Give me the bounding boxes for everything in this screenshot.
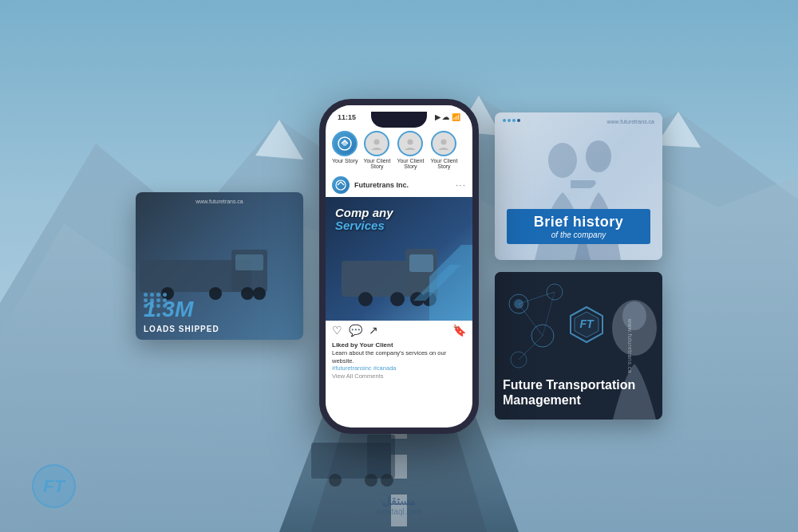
post-avatar: [332, 176, 350, 194]
svg-point-25: [342, 141, 347, 146]
right-side-cards: www.futuretrans.ca Brief history of the …: [495, 112, 662, 420]
bookmark-icon[interactable]: 🔖: [452, 324, 466, 337]
future-title: Future Transportation Management: [503, 377, 642, 408]
svg-point-41: [586, 140, 611, 172]
svg-point-22: [241, 287, 254, 300]
logo-circle: FT: [32, 464, 76, 508]
svg-point-23: [253, 287, 266, 300]
story-item-4: Your Client Story: [429, 131, 458, 170]
phone-notch: [371, 112, 427, 128]
story-circle-2: [364, 131, 389, 156]
story-circle-4: [431, 131, 456, 156]
post-caption: Liked by Your Client Learn about the com…: [326, 340, 472, 384]
story-item-2: Your Client Story: [362, 131, 391, 170]
svg-point-35: [390, 292, 405, 306]
future-title-box: Future Transportation Management: [503, 377, 642, 408]
story-circle-3: [397, 131, 423, 156]
story-label-2: Your Client Story: [362, 158, 391, 170]
post-username: Futuretrans Inc.: [354, 181, 451, 189]
svg-point-28: [441, 139, 447, 144]
phone-screen: 11:15 ▶ ☁ 📶 Your Story: [326, 105, 472, 428]
loads-label: LOADS SHIPPED: [144, 325, 219, 333]
post-image: Comp any Services: [326, 197, 472, 321]
svg-point-21: [209, 287, 222, 300]
svg-text:FT: FT: [579, 317, 595, 330]
story-main: Your Story: [332, 131, 358, 170]
cards-layout: www.futuretrans.ca 1.3M: [24, 99, 774, 434]
content-area: www.futuretrans.ca 1.3M: [0, 0, 798, 532]
status-time: 11:15: [338, 113, 356, 121]
history-title: Brief history: [515, 214, 642, 231]
post-menu-dots[interactable]: ···: [456, 179, 466, 191]
post-header: Futuretrans Inc. ···: [326, 173, 472, 197]
caption-hashtag: #futuretransinc #canada: [332, 365, 466, 372]
post-title-overlay: Comp any Services: [335, 207, 393, 233]
history-card: www.futuretrans.ca Brief history of the …: [495, 112, 662, 260]
loads-card: www.futuretrans.ca 1.3M: [136, 192, 303, 340]
comment-icon[interactable]: 💬: [349, 324, 362, 337]
left-side-cards: www.futuretrans.ca 1.3M: [136, 192, 303, 340]
future-card: FT www.futuretrans.ca Future Transportat…: [495, 272, 662, 420]
caption-text: Learn about the company's services on ou…: [332, 349, 466, 365]
svg-point-34: [358, 292, 373, 306]
watermark-url: mostaql.com: [377, 507, 422, 516]
logo-text: FT: [43, 476, 65, 497]
bottom-logo: FT: [32, 464, 76, 508]
future-website: www.futuretrans.ca: [627, 318, 633, 373]
post-company-line1: Comp any: [335, 206, 393, 219]
svg-point-26: [374, 139, 380, 144]
svg-point-40: [548, 143, 577, 178]
story-label-main: Your Story: [332, 158, 358, 164]
loads-website: www.futuretrans.ca: [196, 199, 243, 204]
history-subtitle: of the company: [515, 231, 642, 239]
story-item-3: Your Client Story: [396, 131, 425, 170]
stories-row: Your Story Your Client Story Your Client…: [326, 124, 472, 173]
post-services: Services: [335, 219, 385, 232]
status-icons: ▶ ☁ 📶: [435, 113, 460, 121]
svg-rect-19: [235, 254, 263, 270]
post-actions: ♡ 💬 ↗ 🔖: [326, 321, 472, 340]
history-title-box: Brief history of the company: [507, 209, 650, 244]
svg-point-56: [622, 301, 646, 330]
story-label-3: Your Client Story: [396, 158, 425, 170]
phone-mockup: 11:15 ▶ ☁ 📶 Your Story: [319, 99, 479, 434]
svg-point-27: [408, 139, 413, 144]
share-icon[interactable]: ↗: [369, 324, 378, 337]
like-icon[interactable]: ♡: [332, 324, 342, 337]
caption-liked: Liked by Your Client: [332, 341, 466, 349]
view-comments[interactable]: View All Comments: [332, 372, 466, 380]
watermark: مستقل mostaql.com: [377, 495, 422, 516]
story-label-4: Your Client Story: [429, 158, 458, 170]
watermark-arabic: مستقل: [377, 495, 422, 507]
loads-number: 1.3M: [144, 297, 193, 322]
story-circle-main: [332, 131, 358, 156]
svg-rect-33: [409, 254, 433, 272]
